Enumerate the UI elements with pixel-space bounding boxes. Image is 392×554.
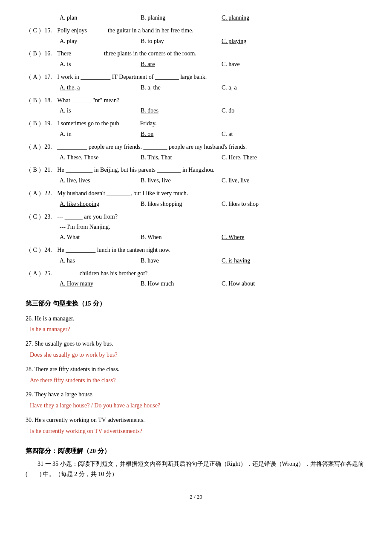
option-q22-0: A. like shopping (60, 199, 141, 209)
options-q25: A. How manyB. How muchC. How about (26, 279, 366, 289)
question-q21: （ B ）21.He _________ in Beijing, but his… (26, 165, 366, 186)
transform-answer-2: Are there fifty students in the class? (26, 375, 366, 386)
question-line-q18: （ B ）18.What _______"nr" mean? (26, 95, 366, 106)
questions-container: （ C ）15.Polly enjoys ______ the guitar i… (26, 26, 366, 289)
option-q16-1: B. are (141, 59, 222, 69)
top-options-row: A. plan B. planing C. planning (26, 13, 366, 23)
qtext-q24: He __________ lunch in the canteen right… (57, 245, 366, 255)
options-q19: A. inB. onC. at (26, 129, 366, 139)
qnum-q23: 23. (44, 212, 57, 222)
option-q23-2: C. Where (222, 232, 303, 242)
option-q21-1: B. lives, live (141, 176, 222, 186)
option-q25-0: A. How many (60, 279, 141, 289)
transform-answer-1: Does she usually go to work by bus? (26, 350, 366, 360)
transform-answer-0: Is he a manager? (26, 324, 366, 335)
transform-original-1: 27. She usually goes to work by bus. (26, 339, 366, 349)
option-q19-0: A. in (60, 129, 141, 139)
qnum-q16: 16. (44, 49, 57, 59)
question-q20: （ A ）20.__________ people are my friends… (26, 142, 366, 163)
transform-original-2: 28. There are fifty students in the clas… (26, 364, 366, 375)
option-q20-2: C. Here, There (222, 153, 303, 163)
option-a-plan: A. plan (60, 13, 141, 23)
options-q18: A. isB. doesC. do (26, 106, 366, 116)
option-q18-2: C. do (222, 106, 303, 116)
subtext-q23: --- I'm from Nanjing. (26, 222, 366, 232)
option-q24-1: B. have (141, 256, 222, 266)
option-q23-0: A. What (60, 232, 141, 242)
bracket-q15: （ C ） (26, 26, 44, 36)
question-line-q22: （ A ）22.My husband doesn't ________, but… (26, 188, 366, 199)
section3-header: 第三部分 句型变换（15 分） (26, 298, 366, 309)
option-q22-1: B. likes shopping (141, 199, 222, 209)
transform-answer-3: Have they a large house? / Do you have a… (26, 401, 366, 411)
option-q19-1: B. on (141, 129, 222, 139)
transform-original-3: 29. They have a large house. (26, 390, 366, 400)
qnum-q25: 25. (44, 268, 57, 279)
qtext-q16: There __________ three plants in the cor… (57, 49, 366, 59)
option-q20-0: A. These, Those (60, 153, 141, 163)
qnum-q18: 18. (44, 95, 57, 106)
option-q24-2: C. is having (222, 256, 303, 266)
option-q15-0: A. play (60, 36, 141, 46)
qnum-q17: 17. (44, 72, 57, 82)
option-q18-0: A. is (60, 106, 141, 116)
option-q17-1: B. a, the (141, 83, 222, 93)
options-q17: A. the, aB. a, theC. a, a (26, 83, 366, 93)
question-line-q20: （ A ）20.__________ people are my friends… (26, 142, 366, 152)
transform-answer-4: Is he currently working on TV advertisem… (26, 426, 366, 436)
option-q23-1: B. When (141, 232, 222, 242)
qnum-q15: 15. (44, 26, 57, 36)
options-q16: A. isB. areC. have (26, 59, 366, 69)
option-q16-0: A. is (60, 59, 141, 69)
transform-original-4: 30. He's currently working on TV adverti… (26, 415, 366, 425)
option-q21-0: A. live, lives (60, 176, 141, 186)
qtext-q25: _______ children has his brother got? (57, 268, 366, 279)
qtext-q22: My husband doesn't ________, but I like … (57, 188, 366, 199)
option-c-planning: C. planning (222, 13, 303, 23)
question-q23: （ C ）23.--- ______ are you from?--- I'm … (26, 212, 366, 242)
option-q25-2: C. How about (222, 279, 303, 289)
question-q24: （ C ）24.He __________ lunch in the cante… (26, 245, 366, 266)
bracket-q23: （ C ） (26, 212, 44, 222)
option-q22-2: C. likes to shop (222, 199, 303, 209)
question-line-q25: （ A ）25._______ children has his brother… (26, 268, 366, 279)
question-line-q16: （ B ）16.There __________ three plants in… (26, 49, 366, 59)
bracket-q18: （ B ） (26, 95, 44, 106)
option-q15-2: C. playing (222, 36, 303, 46)
option-q19-2: C. at (222, 129, 303, 139)
option-q21-2: C. live, live (222, 176, 303, 186)
question-line-q19: （ B ）19.I sometimes go to the pub ______… (26, 118, 366, 129)
options-q20: A. These, ThoseB. This, ThatC. Here, The… (26, 153, 366, 163)
qtext-q19: I sometimes go to the pub ______ Friday. (57, 118, 366, 129)
options-q21: A. live, livesB. lives, liveC. live, liv… (26, 176, 366, 186)
option-q24-0: A. has (60, 256, 141, 266)
question-line-q24: （ C ）24.He __________ lunch in the cante… (26, 245, 366, 255)
qnum-q21: 21. (44, 165, 57, 175)
question-q17: （ A ）17.I work in __________ IT Departme… (26, 72, 366, 93)
options-q24: A. hasB. haveC. is having (26, 256, 366, 266)
question-line-q17: （ A ）17.I work in __________ IT Departme… (26, 72, 366, 82)
qnum-q20: 20. (44, 142, 57, 152)
qtext-q18: What _______"nr" mean? (57, 95, 366, 106)
question-q15: （ C ）15.Polly enjoys ______ the guitar i… (26, 26, 366, 46)
question-q22: （ A ）22.My husband doesn't ________, but… (26, 188, 366, 209)
option-q16-2: C. have (222, 59, 303, 69)
option-b-planing: B. planing (141, 13, 222, 23)
qtext-q21: He _________ in Beijing, but his parents… (57, 165, 366, 175)
question-q18: （ B ）18.What _______"nr" mean?A. isB. do… (26, 95, 366, 116)
bracket-q24: （ C ） (26, 245, 44, 255)
option-q18-1: B. does (141, 106, 222, 116)
qtext-q15: Polly enjoys ______ the guitar in a band… (57, 26, 366, 36)
option-q25-1: B. How much (141, 279, 222, 289)
question-q19: （ B ）19.I sometimes go to the pub ______… (26, 118, 366, 139)
bracket-q22: （ A ） (26, 188, 44, 199)
bracket-q21: （ B ） (26, 165, 44, 175)
option-q20-1: B. This, That (141, 153, 222, 163)
option-q17-2: C. a, a (222, 83, 303, 93)
question-line-q15: （ C ）15.Polly enjoys ______ the guitar i… (26, 26, 366, 36)
option-q15-1: B. to play (141, 36, 222, 46)
transform-original-0: 26. He is a manager. (26, 314, 366, 324)
qtext-q23: --- ______ are you from? (57, 212, 366, 222)
bracket-q25: （ A ） (26, 268, 44, 279)
qtext-q17: I work in __________ IT Department of __… (57, 72, 366, 82)
